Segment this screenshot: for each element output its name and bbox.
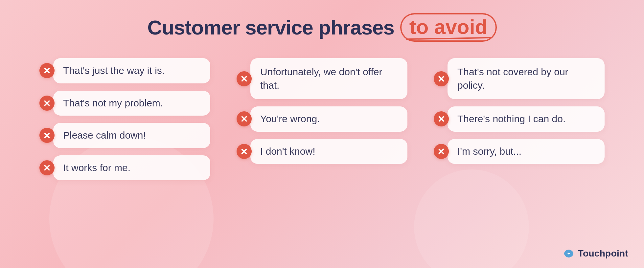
x-icon xyxy=(39,128,55,143)
phrase-item: Please calm down! xyxy=(39,123,210,148)
x-icon xyxy=(237,144,252,159)
phrase-bubble: That's not my problem. xyxy=(53,91,210,116)
phrase-bubble: I don't know! xyxy=(250,139,407,164)
phrase-bubble: That's not covered by our policy. xyxy=(448,58,605,99)
brand-name: Touchpoint xyxy=(578,248,628,259)
column-2: Unfortunately, we don't offer that. You'… xyxy=(237,58,407,164)
x-icon xyxy=(39,63,55,78)
column-1: That's just the way it is. That's not my… xyxy=(39,58,210,180)
branding: Touchpoint xyxy=(563,248,628,259)
phrase-item: That's not my problem. xyxy=(39,91,210,116)
phrase-item: I don't know! xyxy=(237,139,407,164)
phrase-item: Unfortunately, we don't offer that. xyxy=(237,58,407,99)
touchpoint-logo-icon xyxy=(563,248,575,259)
phrase-item: That's just the way it is. xyxy=(39,58,210,83)
page-header: Customer service phrases to avoid xyxy=(147,13,496,42)
x-icon xyxy=(39,96,55,111)
page-container: Customer service phrases to avoid That's… xyxy=(0,0,644,268)
phrase-bubble: I'm sorry, but... xyxy=(448,139,605,164)
x-icon xyxy=(237,71,252,86)
phrase-bubble: It works for me. xyxy=(53,155,210,181)
x-icon xyxy=(434,144,449,159)
phrase-bubble: That's just the way it is. xyxy=(53,58,210,83)
x-icon xyxy=(237,111,252,126)
phrases-columns: That's just the way it is. That's not my… xyxy=(20,58,624,180)
header-title: Customer service phrases xyxy=(147,16,394,39)
phrase-item: You're wrong. xyxy=(237,106,407,132)
x-icon xyxy=(434,111,449,126)
phrase-bubble: There's nothing I can do. xyxy=(448,106,605,132)
phrase-item: There's nothing I can do. xyxy=(434,106,605,132)
phrase-item: It works for me. xyxy=(39,155,210,181)
phrase-item: I'm sorry, but... xyxy=(434,139,605,164)
x-icon xyxy=(434,71,449,86)
x-icon xyxy=(39,160,55,175)
phrase-bubble: Unfortunately, we don't offer that. xyxy=(250,58,407,99)
phrase-bubble: You're wrong. xyxy=(250,106,407,132)
column-3: That's not covered by our policy. There'… xyxy=(434,58,605,164)
phrase-bubble: Please calm down! xyxy=(53,123,210,148)
header-highlight: to avoid xyxy=(400,13,497,42)
phrase-item: That's not covered by our policy. xyxy=(434,58,605,99)
